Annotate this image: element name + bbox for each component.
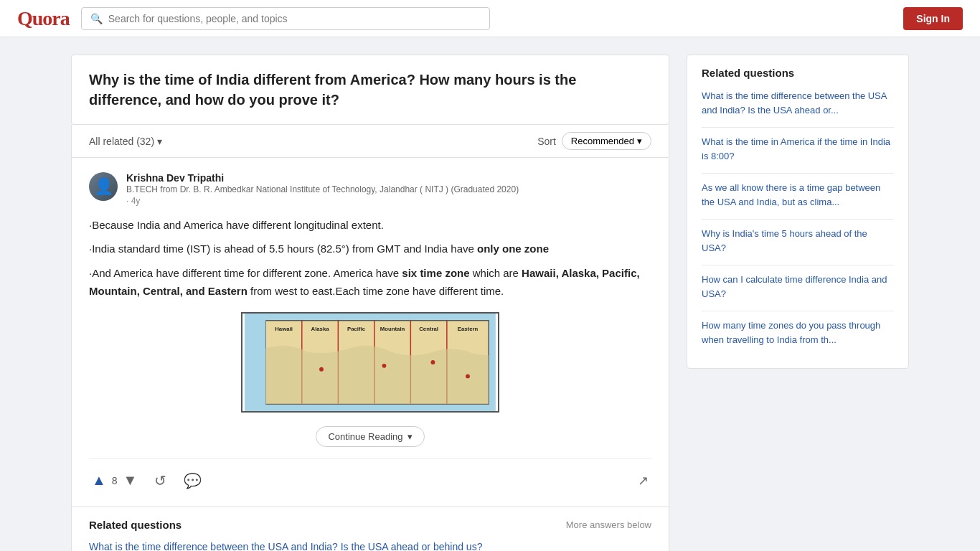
all-related-filter[interactable]: All related (32) ▾ [89,136,162,147]
vote-count: 8 [112,475,118,486]
answer-paragraph-1: ·Because India and America have differen… [89,216,651,235]
continue-reading-button[interactable]: Continue Reading ▾ [316,426,424,447]
sort-area: Sort Recommended ▾ [537,132,651,150]
sidebar-divider [702,127,894,128]
action-bar: ▲ 8 ▼ ↺ 💬 ↗ [89,458,651,492]
answer-card: 👤 Krishna Dev Tripathi B.TECH from Dr. B… [71,158,669,507]
chevron-down-icon: ▾ [407,431,413,442]
sidebar-link-3[interactable]: As we all know there is a time gap betwe… [702,181,894,209]
main-content: Why is the time of India different from … [71,55,669,551]
question-card: Why is the time of India different from … [71,55,669,125]
recommended-label: Recommended [571,136,634,146]
svg-text:Central: Central [419,326,438,332]
share-button[interactable]: ↗ [635,470,651,491]
sidebar-link-2[interactable]: What is the time in America if the time … [702,135,894,163]
downvote-button[interactable]: ▼ [121,469,141,491]
sidebar-divider [702,173,894,174]
continue-reading-label: Continue Reading [328,431,402,442]
svg-point-16 [431,360,435,364]
sidebar-link-1[interactable]: What is the time difference between the … [702,89,894,117]
page-container: Why is the time of India different from … [60,37,920,551]
svg-text:Hawaii: Hawaii [275,326,293,332]
sidebar-divider [702,265,894,265]
author-name[interactable]: Krishna Dev Tripathi [126,172,651,184]
chevron-down-icon: ▾ [637,136,642,146]
svg-text:Eastern: Eastern [458,326,479,332]
svg-rect-18 [245,314,265,411]
search-input[interactable] [108,13,481,24]
search-bar[interactable]: 🔍 [81,7,490,30]
svg-text:Alaska: Alaska [311,326,330,332]
svg-point-15 [382,364,387,368]
sign-in-button[interactable]: Sign In [903,7,963,30]
sort-recommended-button[interactable]: Recommended ▾ [562,132,651,150]
svg-point-17 [466,374,470,378]
answers-header: All related (32) ▾ Sort Recommended ▾ [71,125,669,158]
sidebar-card: Related questions What is the time diffe… [687,55,909,369]
answer-paragraph-2: ·India standard time (IST) is ahead of 5… [89,240,651,258]
related-main-header: Related questions More answers below [89,519,651,531]
sidebar: Related questions What is the time diffe… [687,55,909,369]
more-answers-below: More answers below [566,519,651,530]
all-related-label: All related (32) [89,136,154,147]
upvote-button[interactable]: ▲ [89,469,109,491]
sidebar-title: Related questions [702,67,894,79]
avatar: 👤 [89,172,118,201]
comment-button[interactable]: 💬 [181,469,204,492]
svg-text:Pacific: Pacific [347,326,366,332]
usa-timezone-map: Hawaii Alaska Pacific Mountain Central E… [241,312,499,413]
map-image: Hawaii Alaska Pacific Mountain Central E… [89,312,651,447]
related-main-link-1[interactable]: What is the time difference between the … [89,540,651,551]
sidebar-link-5[interactable]: How can I calculate time difference Indi… [702,273,894,301]
answer-time: · 4y [126,196,651,206]
related-main-title: Related questions [89,519,182,531]
sidebar-divider [702,219,894,220]
answer-paragraph-3: ·And America have different time for dif… [89,264,651,301]
author-credentials: B.TECH from Dr. B. R. Ambedkar National … [126,184,651,196]
reshare-button[interactable]: ↺ [151,469,169,492]
sidebar-link-4[interactable]: Why is India's time 5 hours ahead of the… [702,227,894,255]
author-row: 👤 Krishna Dev Tripathi B.TECH from Dr. B… [89,172,651,206]
question-title: Why is the time of India different from … [89,70,651,110]
quora-logo: Quora [17,7,70,30]
sidebar-link-6[interactable]: How many time zones do you pass through … [702,319,894,347]
header: Quora 🔍 Sign In [0,0,980,37]
answer-body: ·Because India and America have differen… [89,216,651,301]
svg-point-14 [319,367,324,372]
search-icon: 🔍 [90,13,103,24]
related-questions-main: Related questions More answers below Wha… [71,507,669,551]
svg-text:Mountain: Mountain [380,326,405,332]
chevron-down-icon: ▾ [157,136,162,147]
author-info: Krishna Dev Tripathi B.TECH from Dr. B. … [126,172,651,206]
sidebar-divider [702,311,894,311]
sort-label: Sort [537,136,556,147]
upvote-group: ▲ 8 ▼ [89,469,140,491]
